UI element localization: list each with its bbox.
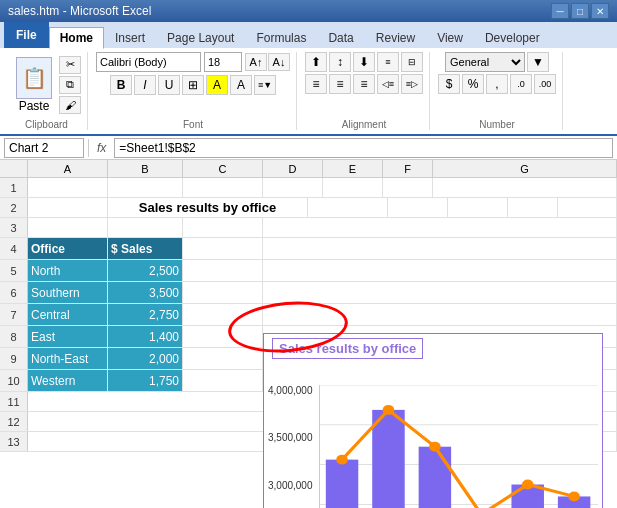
cell-h2[interactable] [558,198,617,217]
cell-c7-2750[interactable]: 2,750 [108,304,183,325]
border-button[interactable]: ⊞ [182,75,204,95]
number-format-button[interactable]: ▼ [527,52,549,72]
row-num: 2 [0,198,28,217]
cell-d3[interactable] [183,218,263,237]
number-controls: General ▼ $ % , .0 .00 [438,52,556,117]
align-left-button[interactable]: ≡ [305,74,327,94]
cut-button[interactable]: ✂ [59,56,81,74]
cell-h1[interactable] [433,178,617,197]
cell-rest5[interactable] [263,260,617,281]
number-format-select[interactable]: General [445,52,525,72]
cell-c8-1400[interactable]: 1,400 [108,326,183,347]
cell-b9-northeast[interactable]: North-East [28,348,108,369]
cell-c2[interactable]: Sales results by office [108,198,308,217]
fill-color-button[interactable]: A [206,75,228,95]
cell-d2[interactable] [308,198,388,217]
cell-d7[interactable] [183,304,263,325]
table-row: 1 [0,178,617,198]
decrease-indent-button[interactable]: ◁≡ [377,74,399,94]
cell-e2[interactable] [388,198,448,217]
merge-button[interactable]: ⊟ [401,52,423,72]
cell-g1[interactable] [383,178,433,197]
cell-b7-central[interactable]: Central [28,304,108,325]
maximize-button[interactable]: □ [571,3,589,19]
cell-rest3[interactable] [263,218,617,237]
align-top-button[interactable]: ⬆ [305,52,327,72]
formula-divider [88,139,89,157]
cell-d10[interactable] [183,370,263,391]
align-row1: ⬆ ↕ ⬇ ≡ ⊟ [305,52,423,72]
comma-button[interactable]: , [486,74,508,94]
tab-insert[interactable]: Insert [104,26,156,48]
cell-c5-2500[interactable]: 2,500 [108,260,183,281]
cell-g2[interactable] [508,198,558,217]
font-label: Font [183,117,203,130]
align-bottom-button[interactable]: ⬇ [353,52,375,72]
tab-home[interactable]: Home [49,27,104,49]
font-color-button[interactable]: A [230,75,252,95]
cell-e1[interactable] [263,178,323,197]
cell-c10-1750[interactable]: 1,750 [108,370,183,391]
cell-c4-sales[interactable]: $ Sales [108,238,183,259]
chart-area[interactable]: Sales results by office 4,000,000 3,500,… [263,333,603,508]
highlight-button[interactable]: ≡▼ [254,75,276,95]
cell-d1[interactable] [183,178,263,197]
tab-formulas[interactable]: Formulas [245,26,317,48]
decrease-decimal-button[interactable]: .0 [510,74,532,94]
decrease-font-button[interactable]: A↓ [268,53,290,71]
cell-c1[interactable] [108,178,183,197]
tab-developer[interactable]: Developer [474,26,551,48]
tab-pagelayout[interactable]: Page Layout [156,26,245,48]
cell-d6[interactable] [183,282,263,303]
font-row1: A↑ A↓ [96,52,290,72]
align-middle-button[interactable]: ↕ [329,52,351,72]
name-box[interactable]: Chart 2 [4,138,84,158]
close-button[interactable]: ✕ [591,3,609,19]
row-num: 7 [0,304,28,325]
increase-font-button[interactable]: A↑ [245,53,267,71]
accounting-button[interactable]: $ [438,74,460,94]
increase-indent-button[interactable]: ≡▷ [401,74,423,94]
formula-input[interactable] [114,138,613,158]
align-center-button[interactable]: ≡ [329,74,351,94]
copy-button[interactable]: ⧉ [59,76,81,94]
cell-b3[interactable] [28,218,108,237]
font-name-input[interactable] [96,52,201,72]
cell-c3[interactable] [108,218,183,237]
cell-d8[interactable] [183,326,263,347]
wrap-text-button[interactable]: ≡ [377,52,399,72]
cell-b4-office[interactable]: Office [28,238,108,259]
cell-d4[interactable] [183,238,263,259]
tab-view[interactable]: View [426,26,474,48]
cell-c9-2000[interactable]: 2,000 [108,348,183,369]
cell-rest6[interactable] [263,282,617,303]
percent-button[interactable]: % [462,74,484,94]
tab-review[interactable]: Review [365,26,426,48]
align-right-button[interactable]: ≡ [353,74,375,94]
cell-f2[interactable] [448,198,508,217]
underline-button[interactable]: U [158,75,180,95]
cell-b8-east[interactable]: East [28,326,108,347]
cell-b5-north[interactable]: North [28,260,108,281]
cell-rest4[interactable] [263,238,617,259]
cell-b1[interactable] [28,178,108,197]
italic-button[interactable]: I [134,75,156,95]
tab-data[interactable]: Data [317,26,364,48]
cell-rest7[interactable] [263,304,617,325]
paste-button[interactable]: 📋 Paste [12,55,56,115]
cell-b6-southern[interactable]: Southern [28,282,108,303]
cell-c6-3500[interactable]: 3,500 [108,282,183,303]
cell-d5[interactable] [183,260,263,281]
increase-decimal-button[interactable]: .00 [534,74,556,94]
cell-f1[interactable] [323,178,383,197]
cell-b10-western[interactable]: Western [28,370,108,391]
cell-d9[interactable] [183,348,263,369]
bold-button[interactable]: B [110,75,132,95]
font-size-input[interactable] [204,52,242,72]
cell-b2[interactable] [28,198,108,217]
format-painter-button[interactable]: 🖌 [59,96,81,114]
svg-point-11 [336,455,348,465]
tab-file[interactable]: File [4,22,49,48]
minimize-button[interactable]: ─ [551,3,569,19]
number-label: Number [479,117,515,130]
